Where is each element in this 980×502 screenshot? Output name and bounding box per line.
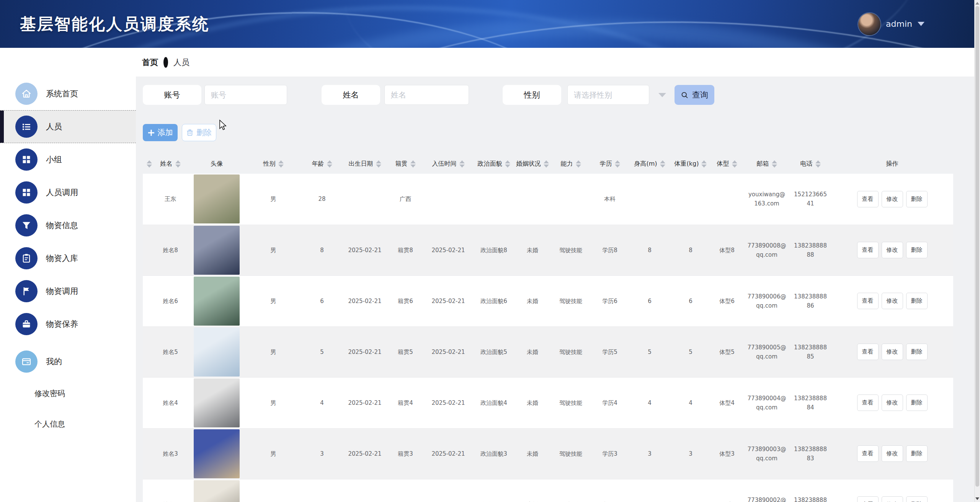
scrollbar-thumb[interactable] [975,6,979,487]
cell-political_status: 政治面貌3 [473,428,515,479]
sidebar-item-briefcase-7[interactable]: 物资保养 [0,308,136,341]
column-header-enlist_date[interactable]: 入伍时间 [424,154,473,174]
account-input[interactable] [204,85,287,105]
scrollbar-up-icon[interactable] [975,2,979,5]
sidebar-item-grid-2[interactable]: 小组 [0,143,136,176]
cell-native_place: 籍贯2 [387,479,424,502]
edit-button[interactable]: 修改 [882,496,903,502]
column-header-gender[interactable]: 性别 [245,154,301,174]
breadcrumb-home[interactable]: 首页 [142,57,158,68]
column-header-ability[interactable]: 能力 [550,154,591,174]
column-header-political_status[interactable]: 政治面貌 [473,154,515,174]
sort-carets-icon[interactable] [701,160,707,168]
sort-carets-icon[interactable] [815,160,821,168]
sort-carets-icon[interactable] [459,160,465,168]
sidebar-item-funnel-4[interactable]: 物资信息 [0,209,136,242]
cell-height_m: 5 [628,326,671,377]
sidebar-subitem-0[interactable]: 修改密码 [0,378,136,409]
sort-carets-icon[interactable] [576,160,581,168]
column-header-marital_status[interactable]: 婚姻状况 [515,154,550,174]
sidebar-item-clipboard-5[interactable]: 物资入库 [0,242,136,275]
edit-button[interactable]: 修改 [882,293,903,309]
column-label: 籍贯 [395,160,408,167]
column-header-_sliver[interactable] [143,154,153,174]
view-button[interactable]: 查看 [857,394,879,411]
user-avatar[interactable] [858,13,880,35]
sidebar-item-flag-6[interactable]: 物资调用 [0,275,136,308]
sort-carets-icon[interactable] [772,160,777,168]
delete-row-button[interactable]: 删除 [906,445,928,462]
column-header-age[interactable]: 年龄 [301,154,343,174]
sort-carets-icon[interactable] [615,160,620,168]
query-button[interactable]: 查询 [675,85,714,105]
delete-row-button[interactable]: 删除 [906,242,928,258]
cell-marital_status: 未婚 [515,428,550,479]
sidebar-item-grid-3[interactable]: 人员调用 [0,176,136,209]
gender-select[interactable] [567,85,649,105]
sidebar-item-home-0[interactable]: 系统首页 [0,77,136,110]
view-button[interactable]: 查看 [857,445,879,462]
delete-row-button[interactable]: 删除 [906,394,928,411]
delete-row-button[interactable]: 删除 [906,496,928,502]
cell-body_type: 体型2 [710,479,744,502]
edit-button[interactable]: 修改 [882,242,903,258]
edit-button[interactable]: 修改 [882,344,903,360]
select-chevron-down-icon[interactable] [658,93,666,97]
sort-carets-icon[interactable] [732,160,737,168]
sort-carets-icon[interactable] [660,160,665,168]
view-button[interactable]: 查看 [857,293,879,309]
sort-carets-icon[interactable] [327,160,332,168]
column-header-birth_date[interactable]: 出生日期 [343,154,387,174]
sort-carets-icon[interactable] [376,160,381,168]
column-label: 出生日期 [349,160,373,167]
view-button[interactable]: 查看 [857,191,879,207]
cell-actions: 查看修改删除 [831,174,953,225]
column-header-weight_kg[interactable]: 体重(kg) [671,154,710,174]
column-header-email[interactable]: 邮箱 [744,154,790,174]
scrollbar-down-icon[interactable] [975,497,979,500]
column-header-actions: 操作 [831,154,953,174]
edit-button[interactable]: 修改 [882,394,903,411]
add-button[interactable]: 添加 [143,124,178,141]
column-header-name[interactable]: 姓名 [153,154,188,174]
column-header-body_type[interactable]: 体型 [710,154,744,174]
cell-political_status: 政治面貌5 [473,326,515,377]
view-button[interactable]: 查看 [857,344,879,360]
edit-button[interactable]: 修改 [882,445,903,462]
cell-name: 姓名3 [153,428,188,479]
name-input[interactable] [384,85,469,105]
cell-education: 本科 [591,174,628,225]
sidebar-item-list-1[interactable]: 人员 [0,110,136,143]
sidebar-subitem-1[interactable]: 个人信息 [0,409,136,439]
sort-carets-icon[interactable] [278,160,284,168]
sort-carets-icon[interactable] [410,160,416,168]
column-header-height_m[interactable]: 身高(m) [628,154,671,174]
view-button[interactable]: 查看 [857,496,879,502]
cell-weight_kg: 3 [671,428,710,479]
view-button[interactable]: 查看 [857,242,879,258]
grid-icon [15,148,38,171]
home-icon [15,83,38,105]
delete-row-button[interactable]: 删除 [906,293,928,309]
page-scrollbar[interactable] [974,0,980,502]
cell-political_status: 政治面貌2 [473,479,515,502]
sidebar-item-idcard-8[interactable]: 我的 [0,345,136,378]
cell-age: 3 [301,428,343,479]
column-header-education[interactable]: 学历 [591,154,628,174]
delete-row-button[interactable]: 删除 [906,344,928,360]
sort-carets-icon[interactable] [147,160,152,168]
user-menu[interactable]: admin [858,13,924,35]
delete-row-button[interactable]: 删除 [906,191,928,207]
sort-carets-icon[interactable] [544,160,549,168]
delete-button[interactable]: 删除 [182,124,216,141]
column-header-phone[interactable]: 电话 [790,154,831,174]
column-header-native_place[interactable]: 籍贯 [387,154,424,174]
table-row-1: 姓名8男82025-02-21籍贯82025-02-21政治面貌8未婚驾驶技能学… [143,225,953,275]
cell-actions: 查看修改删除 [831,326,953,377]
chevron-down-icon [918,22,924,26]
sort-carets-icon[interactable] [505,160,510,168]
cell-age: 28 [301,174,343,225]
sort-carets-icon[interactable] [175,160,181,168]
edit-button[interactable]: 修改 [882,191,903,207]
mouse-cursor [218,119,228,131]
